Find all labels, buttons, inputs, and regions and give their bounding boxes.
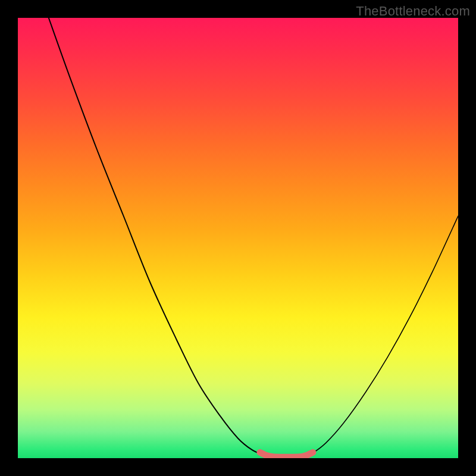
basin-highlight (260, 452, 313, 457)
right-curve (304, 216, 458, 456)
left-curve (49, 18, 269, 456)
plot-area (18, 18, 458, 458)
watermark-text: TheBottleneck.com (356, 4, 470, 19)
curves-svg (18, 18, 458, 458)
chart-stage: TheBottleneck.com (0, 0, 476, 476)
